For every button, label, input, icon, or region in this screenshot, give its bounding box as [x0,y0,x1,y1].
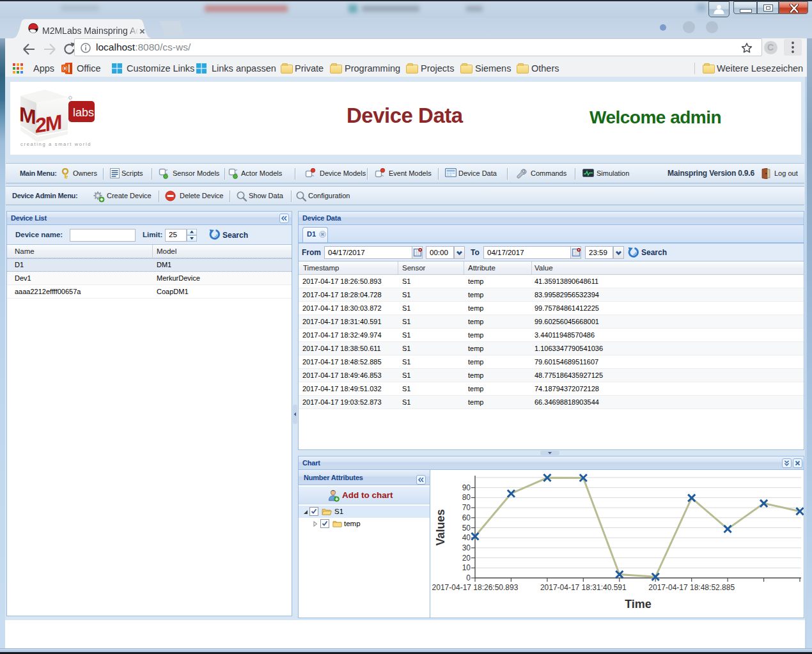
svg-text:70: 70 [462,503,471,512]
svg-text:2017-04-17 18:31:40.591: 2017-04-17 18:31:40.591 [540,583,627,592]
svg-text:40: 40 [462,533,471,542]
svg-text:2M: 2M [35,111,61,137]
svg-text:2017-04-17 18:48:52.885: 2017-04-17 18:48:52.885 [648,583,735,592]
svg-text:Values: Values [434,509,447,545]
svg-text:20: 20 [462,554,471,563]
svg-text:60: 60 [462,513,471,522]
svg-text:Time: Time [625,598,652,611]
svg-text:50: 50 [462,524,471,533]
svg-text:creating a smart world: creating a smart world [20,141,91,147]
svg-text:90: 90 [462,483,471,492]
svg-text:10: 10 [462,563,471,572]
svg-text:30: 30 [462,543,471,552]
svg-text:M: M [19,102,35,128]
svg-text:0: 0 [466,573,471,582]
svg-text:2017-04-17 18:26:50.893: 2017-04-17 18:26:50.893 [432,583,519,592]
svg-text:80: 80 [462,493,471,502]
svg-text:labs: labs [73,106,94,119]
